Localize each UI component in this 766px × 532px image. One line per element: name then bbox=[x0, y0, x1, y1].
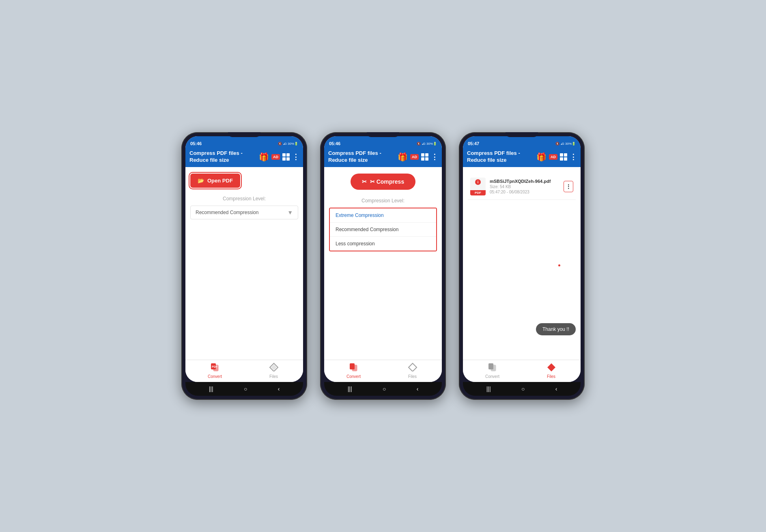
bottom-nav-1: PDF Convert Files bbox=[185, 360, 303, 382]
app-title-3: Compress PDF files - Reduce file size bbox=[467, 150, 536, 164]
nav-files-label-1: Files bbox=[269, 374, 278, 379]
files-icon-2 bbox=[408, 363, 417, 373]
nav-convert-3[interactable]: Convert bbox=[463, 363, 522, 379]
gift-icon-1: 🎁 bbox=[259, 152, 269, 162]
grid-icon-2[interactable] bbox=[421, 153, 428, 161]
app-bar-actions-3: 🎁 AD ⋮ bbox=[536, 152, 577, 162]
status-bar-2: 05:46 🔇 ₄G 30%🔋 bbox=[324, 136, 442, 147]
app-bar-actions-1: 🎁 AD ⋮ bbox=[259, 152, 299, 162]
files-icon-1 bbox=[269, 363, 279, 373]
compression-dropdown-1[interactable]: Recommended Compression ▼ bbox=[190, 206, 298, 219]
phone-nav-1: ||| ○ ‹ bbox=[185, 382, 303, 396]
file-size: Size: 54 KB bbox=[490, 184, 559, 189]
pdf-type-label: PDF bbox=[470, 190, 486, 195]
nav-convert-label-2: Convert bbox=[346, 374, 361, 379]
recent-button-1[interactable]: ‹ bbox=[278, 386, 280, 392]
grid-icon-3[interactable] bbox=[560, 153, 567, 161]
ad-badge-1: AD bbox=[271, 154, 280, 160]
status-signal-3: 🔇 ₄G 30%🔋 bbox=[555, 142, 576, 146]
svg-marker-10 bbox=[547, 363, 555, 371]
more-options-icon-2[interactable]: ⋮ bbox=[431, 152, 438, 161]
more-options-icon-1[interactable]: ⋮ bbox=[292, 152, 299, 161]
compression-dropdown-open-2: Extreme Compression Recommended Compress… bbox=[329, 208, 437, 251]
app-title-2: Compress PDF files - Reduce file size bbox=[328, 150, 398, 164]
status-icons-2: 🔇 ₄G 30%🔋 bbox=[417, 142, 437, 146]
gift-icon-2: 🎁 bbox=[398, 152, 408, 162]
status-icons-1: 🔇 ₄G 30%🔋 bbox=[278, 142, 298, 146]
home-button-2[interactable]: ○ bbox=[383, 386, 386, 392]
back-button-3[interactable]: ||| bbox=[486, 386, 491, 392]
more-options-icon-3[interactable]: ⋮ bbox=[570, 152, 577, 161]
file-menu-button[interactable]: ⋮ bbox=[564, 181, 573, 192]
file-date: 05:47:20 - 06/08/2023 bbox=[490, 190, 559, 194]
nav-files-label-3: Files bbox=[547, 374, 555, 379]
back-button-2[interactable]: ||| bbox=[348, 386, 352, 392]
red-dot bbox=[558, 264, 560, 266]
app-bar-1: Compress PDF files - Reduce file size 🎁 … bbox=[185, 147, 303, 167]
recent-button-2[interactable]: ‹ bbox=[417, 386, 419, 392]
svg-rect-9 bbox=[491, 365, 496, 371]
status-bar-1: 05:46 🔇 ₄G 30%🔋 bbox=[185, 136, 303, 147]
open-pdf-button[interactable]: 📂 Open PDF bbox=[190, 174, 240, 188]
phone-2: 05:46 🔇 ₄G 30%🔋 Compress PDF files - Red… bbox=[320, 132, 446, 400]
dropdown-option-recommended[interactable]: Recommended Compression bbox=[330, 223, 436, 237]
dropdown-option-less[interactable]: Less compression bbox=[330, 237, 436, 251]
phone-1: 05:46 🔇 ₄G 30%🔋 Compress PDF files - Red… bbox=[181, 132, 307, 400]
app-bar-2: Compress PDF files - Reduce file size 🎁 … bbox=[324, 147, 442, 167]
gift-icon-3: 🎁 bbox=[536, 152, 547, 162]
phone-nav-3: ||| ○ ‹ bbox=[463, 382, 581, 396]
nav-convert-label-1: Convert bbox=[208, 374, 222, 379]
app-title-1: Compress PDF files - Reduce file size bbox=[189, 150, 259, 164]
convert-icon-3 bbox=[488, 363, 497, 373]
nav-files-3[interactable]: Files bbox=[522, 363, 581, 379]
svg-text:PDF: PDF bbox=[212, 365, 218, 368]
grid-icon-1[interactable] bbox=[282, 153, 290, 161]
ad-badge-3: AD bbox=[549, 154, 557, 160]
app-bar-3: Compress PDF files - Reduce file size 🎁 … bbox=[463, 147, 581, 167]
status-signal-1: 🔇 ₄G 30%🔋 bbox=[278, 142, 298, 146]
nav-convert-2[interactable]: Convert bbox=[324, 363, 383, 379]
compression-label-1: Compression Level: bbox=[190, 196, 298, 202]
home-button-1[interactable]: ○ bbox=[244, 386, 247, 392]
phone-3: 05:47 🔇 ₄G 30%🔋 Compress PDF files - Red… bbox=[459, 132, 585, 400]
dropdown-arrow-icon-1: ▼ bbox=[287, 209, 293, 216]
file-item: i PDF mSBSiJTpnXQDIZeh-964.pdf Size: 54 … bbox=[468, 174, 576, 200]
info-dot: i bbox=[475, 179, 481, 185]
phone-1-screen: 05:46 🔇 ₄G 30%🔋 Compress PDF files - Red… bbox=[185, 136, 303, 382]
notch-1 bbox=[228, 132, 260, 137]
status-icons-3: 🔇 ₄G 30%🔋 bbox=[555, 142, 576, 146]
nav-files-1[interactable]: Files bbox=[244, 363, 303, 379]
nav-convert-1[interactable]: PDF Convert bbox=[185, 363, 244, 379]
home-button-3[interactable]: ○ bbox=[521, 386, 525, 392]
app-bar-actions-2: 🎁 AD ⋮ bbox=[398, 152, 438, 162]
nav-files-2[interactable]: Files bbox=[383, 363, 442, 379]
status-bar-3: 05:47 🔇 ₄G 30%🔋 bbox=[463, 136, 581, 147]
notch-3 bbox=[506, 132, 538, 137]
phone-nav-2: ||| ○ ‹ bbox=[324, 382, 442, 396]
back-button-1[interactable]: ||| bbox=[209, 386, 213, 392]
compression-value-1: Recommended Compression bbox=[196, 210, 258, 215]
pdf-file-icon: i PDF bbox=[470, 178, 486, 195]
content-2: ✂ ✂ Compress Compression Level: Extreme … bbox=[324, 167, 442, 360]
content-1: 📂 Open PDF Compression Level: Recommende… bbox=[185, 167, 303, 360]
compress-icon: ✂ bbox=[362, 178, 367, 185]
ad-badge-2: AD bbox=[410, 154, 419, 160]
files-icon-3 bbox=[547, 363, 556, 373]
compress-label: ✂ Compress bbox=[370, 178, 404, 185]
nav-convert-label-3: Convert bbox=[485, 374, 499, 379]
svg-rect-6 bbox=[352, 365, 357, 371]
bottom-nav-2: Convert Files bbox=[324, 360, 442, 382]
status-signal-2: 🔇 ₄G 30%🔋 bbox=[417, 142, 437, 146]
toast-message: Thank you !! bbox=[536, 323, 576, 335]
convert-icon-1: PDF bbox=[210, 363, 220, 373]
phone-2-screen: 05:46 🔇 ₄G 30%🔋 Compress PDF files - Red… bbox=[324, 136, 442, 382]
notch-2 bbox=[367, 132, 399, 137]
dropdown-option-extreme[interactable]: Extreme Compression bbox=[330, 208, 436, 223]
status-time-2: 05:46 bbox=[329, 141, 340, 146]
recent-button-3[interactable]: ‹ bbox=[555, 386, 557, 392]
status-time-3: 05:47 bbox=[468, 141, 479, 146]
compress-button[interactable]: ✂ ✂ Compress bbox=[351, 174, 415, 190]
convert-icon-2 bbox=[349, 363, 359, 373]
svg-marker-7 bbox=[409, 363, 417, 371]
status-time-1: 05:46 bbox=[190, 141, 202, 146]
